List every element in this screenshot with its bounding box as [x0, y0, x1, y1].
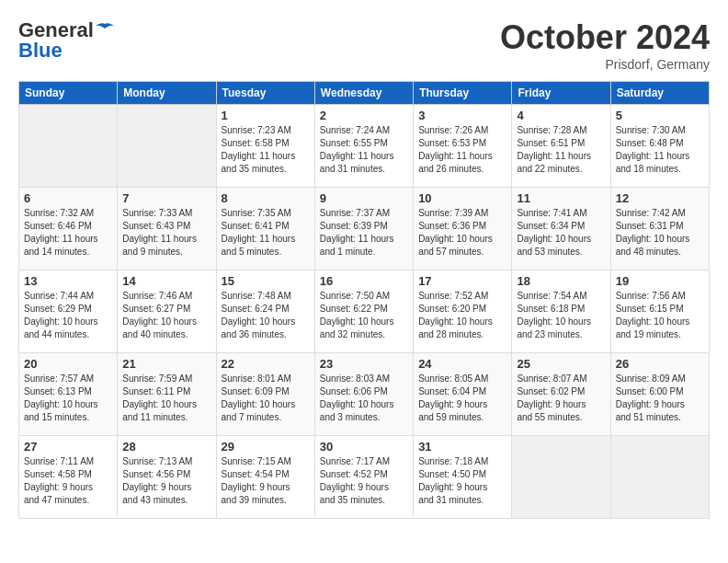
logo: General Blue — [18, 18, 114, 63]
day-content: Sunrise: 7:17 AM Sunset: 4:52 PM Dayligh… — [320, 455, 408, 507]
day-number: 13 — [24, 274, 112, 288]
day-cell: 19Sunrise: 7:56 AM Sunset: 6:15 PM Dayli… — [610, 270, 709, 353]
day-cell: 13Sunrise: 7:44 AM Sunset: 6:29 PM Dayli… — [19, 270, 118, 353]
day-content: Sunrise: 7:56 AM Sunset: 6:15 PM Dayligh… — [616, 290, 704, 341]
day-cell: 14Sunrise: 7:46 AM Sunset: 6:27 PM Dayli… — [118, 270, 216, 353]
day-content: Sunrise: 8:09 AM Sunset: 6:00 PM Dayligh… — [616, 373, 704, 424]
day-number: 14 — [122, 274, 210, 288]
day-cell: 7Sunrise: 7:33 AM Sunset: 6:43 PM Daylig… — [118, 188, 216, 270]
month-title: October 2024 — [500, 18, 710, 57]
day-cell — [19, 105, 118, 188]
day-cell: 29Sunrise: 7:15 AM Sunset: 4:54 PM Dayli… — [216, 436, 314, 519]
day-cell: 8Sunrise: 7:35 AM Sunset: 6:41 PM Daylig… — [216, 188, 314, 270]
week-row-1: 1Sunrise: 7:23 AM Sunset: 6:58 PM Daylig… — [19, 105, 710, 188]
day-cell: 25Sunrise: 8:07 AM Sunset: 6:02 PM Dayli… — [512, 353, 610, 436]
day-cell: 21Sunrise: 7:59 AM Sunset: 6:11 PM Dayli… — [118, 353, 216, 436]
day-number: 9 — [320, 191, 408, 205]
day-content: Sunrise: 7:13 AM Sunset: 4:56 PM Dayligh… — [122, 455, 210, 507]
day-cell: 6Sunrise: 7:32 AM Sunset: 6:46 PM Daylig… — [19, 188, 118, 270]
day-content: Sunrise: 7:48 AM Sunset: 6:24 PM Dayligh… — [222, 290, 310, 341]
location: Prisdorf, Germany — [500, 57, 710, 72]
day-cell: 20Sunrise: 7:57 AM Sunset: 6:13 PM Dayli… — [19, 353, 118, 436]
day-cell: 12Sunrise: 7:42 AM Sunset: 6:31 PM Dayli… — [610, 188, 709, 270]
day-content: Sunrise: 7:33 AM Sunset: 6:43 PM Dayligh… — [122, 207, 210, 259]
day-number: 2 — [320, 109, 408, 122]
title-area: October 2024 Prisdorf, Germany — [500, 18, 710, 72]
week-row-5: 27Sunrise: 7:11 AM Sunset: 4:58 PM Dayli… — [19, 436, 710, 519]
day-number: 19 — [616, 274, 704, 288]
day-number: 16 — [320, 274, 408, 288]
day-cell: 17Sunrise: 7:52 AM Sunset: 6:20 PM Dayli… — [414, 270, 512, 353]
day-number: 12 — [616, 191, 704, 205]
day-number: 18 — [517, 274, 605, 288]
day-number: 22 — [222, 357, 310, 371]
day-content: Sunrise: 7:11 AM Sunset: 4:58 PM Dayligh… — [24, 455, 112, 507]
day-number: 15 — [222, 274, 310, 288]
week-row-4: 20Sunrise: 7:57 AM Sunset: 6:13 PM Dayli… — [19, 353, 710, 436]
day-cell: 26Sunrise: 8:09 AM Sunset: 6:00 PM Dayli… — [610, 353, 709, 436]
day-cell: 9Sunrise: 7:37 AM Sunset: 6:39 PM Daylig… — [314, 188, 413, 270]
day-cell: 15Sunrise: 7:48 AM Sunset: 6:24 PM Dayli… — [216, 270, 314, 353]
day-cell — [610, 436, 709, 519]
day-number: 17 — [418, 274, 506, 288]
day-content: Sunrise: 7:52 AM Sunset: 6:20 PM Dayligh… — [418, 290, 506, 341]
day-cell: 10Sunrise: 7:39 AM Sunset: 6:36 PM Dayli… — [414, 188, 512, 270]
day-content: Sunrise: 8:07 AM Sunset: 6:02 PM Dayligh… — [517, 373, 605, 424]
day-content: Sunrise: 7:35 AM Sunset: 6:41 PM Dayligh… — [222, 207, 310, 259]
day-cell: 22Sunrise: 8:01 AM Sunset: 6:09 PM Dayli… — [216, 353, 314, 436]
day-number: 27 — [24, 440, 112, 454]
day-content: Sunrise: 7:50 AM Sunset: 6:22 PM Dayligh… — [320, 290, 408, 341]
logo-blue: Blue — [18, 39, 63, 63]
day-content: Sunrise: 7:28 AM Sunset: 6:51 PM Dayligh… — [517, 124, 605, 176]
day-content: Sunrise: 7:37 AM Sunset: 6:39 PM Dayligh… — [320, 207, 408, 259]
col-header-sunday: Sunday — [19, 82, 118, 105]
day-cell: 4Sunrise: 7:28 AM Sunset: 6:51 PM Daylig… — [512, 105, 610, 188]
col-header-monday: Monday — [118, 82, 216, 105]
day-cell: 2Sunrise: 7:24 AM Sunset: 6:55 PM Daylig… — [314, 105, 413, 188]
day-number: 4 — [517, 109, 605, 122]
day-number: 6 — [24, 191, 112, 205]
day-number: 31 — [418, 440, 506, 454]
day-cell: 5Sunrise: 7:30 AM Sunset: 6:48 PM Daylig… — [610, 105, 709, 188]
day-number: 25 — [517, 357, 605, 371]
day-number: 11 — [517, 191, 605, 205]
day-number: 26 — [616, 357, 704, 371]
day-number: 1 — [222, 109, 310, 122]
day-number: 23 — [320, 357, 408, 371]
day-content: Sunrise: 7:54 AM Sunset: 6:18 PM Dayligh… — [517, 290, 605, 341]
day-cell: 3Sunrise: 7:26 AM Sunset: 6:53 PM Daylig… — [414, 105, 512, 188]
day-number: 29 — [222, 440, 310, 454]
day-content: Sunrise: 7:23 AM Sunset: 6:58 PM Dayligh… — [222, 124, 310, 176]
day-cell: 24Sunrise: 8:05 AM Sunset: 6:04 PM Dayli… — [414, 353, 512, 436]
day-content: Sunrise: 8:05 AM Sunset: 6:04 PM Dayligh… — [418, 373, 506, 424]
col-header-thursday: Thursday — [414, 82, 512, 105]
page-header: General Blue October 2024 Prisdorf, Germ… — [18, 18, 710, 72]
day-cell — [118, 105, 216, 188]
day-content: Sunrise: 7:15 AM Sunset: 4:54 PM Dayligh… — [222, 455, 310, 507]
day-cell — [512, 436, 610, 519]
day-number: 28 — [122, 440, 210, 454]
col-header-friday: Friday — [512, 82, 610, 105]
day-cell: 16Sunrise: 7:50 AM Sunset: 6:22 PM Dayli… — [314, 270, 413, 353]
day-number: 7 — [122, 191, 210, 205]
day-cell: 28Sunrise: 7:13 AM Sunset: 4:56 PM Dayli… — [118, 436, 216, 519]
day-cell: 1Sunrise: 7:23 AM Sunset: 6:58 PM Daylig… — [216, 105, 314, 188]
day-number: 10 — [418, 191, 506, 205]
day-content: Sunrise: 8:03 AM Sunset: 6:06 PM Dayligh… — [320, 373, 408, 424]
week-row-2: 6Sunrise: 7:32 AM Sunset: 6:46 PM Daylig… — [19, 188, 710, 270]
col-header-wednesday: Wednesday — [314, 82, 413, 105]
day-content: Sunrise: 7:26 AM Sunset: 6:53 PM Dayligh… — [418, 124, 506, 176]
day-number: 21 — [122, 357, 210, 371]
day-content: Sunrise: 7:32 AM Sunset: 6:46 PM Dayligh… — [24, 207, 112, 259]
day-content: Sunrise: 7:24 AM Sunset: 6:55 PM Dayligh… — [320, 124, 408, 176]
week-row-3: 13Sunrise: 7:44 AM Sunset: 6:29 PM Dayli… — [19, 270, 710, 353]
col-header-tuesday: Tuesday — [216, 82, 314, 105]
day-content: Sunrise: 7:39 AM Sunset: 6:36 PM Dayligh… — [418, 207, 506, 259]
day-cell: 23Sunrise: 8:03 AM Sunset: 6:06 PM Dayli… — [314, 353, 413, 436]
calendar-table: SundayMondayTuesdayWednesdayThursdayFrid… — [18, 81, 710, 519]
day-number: 30 — [320, 440, 408, 454]
day-content: Sunrise: 7:18 AM Sunset: 4:50 PM Dayligh… — [418, 455, 506, 507]
day-content: Sunrise: 7:57 AM Sunset: 6:13 PM Dayligh… — [24, 373, 112, 424]
header-row: SundayMondayTuesdayWednesdayThursdayFrid… — [19, 82, 710, 105]
day-cell: 18Sunrise: 7:54 AM Sunset: 6:18 PM Dayli… — [512, 270, 610, 353]
